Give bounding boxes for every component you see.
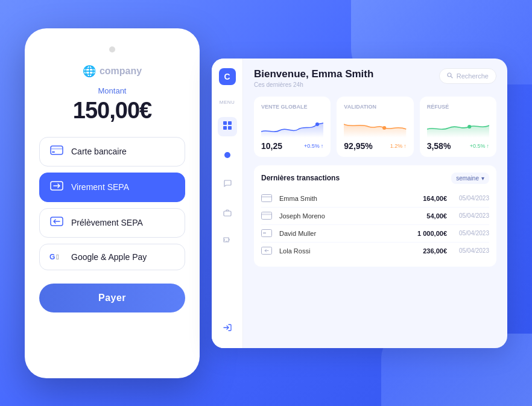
phone-logo: 🌐 company [83,65,142,78]
validation-bottom: 92,95% 1.2% ↑ [344,141,406,151]
svg-rect-2 [52,151,55,153]
svg-rect-18 [262,214,272,215]
logout-btn[interactable] [218,319,237,338]
tx-card-icon-2 [261,229,273,238]
period-selector[interactable]: semaine ▾ [451,173,489,184]
validation-chart [344,112,406,138]
sidebar-item-briefcase[interactable] [218,204,237,223]
svg-rect-17 [262,212,272,220]
tx-name-3: Lola Rossi [279,247,402,255]
sidebar-logo: C [219,68,236,85]
prelevement-label: Prélèvement SEPA [71,218,143,227]
validation-change: 1.2% ↑ [390,143,407,149]
sidebar-item-circle[interactable] [218,146,237,165]
carte-label: Carte bancaire [71,147,127,156]
tx-card-icon-0 [261,194,273,203]
svg-rect-16 [262,196,272,198]
welcome-section: Bienvenue, Emma Smith Ces dernières 24h [254,68,373,88]
refuse-chart [427,112,489,138]
svg-rect-15 [262,195,272,202]
tx-name-1: Joseph Moreno [279,212,402,220]
transactions-header: Dernières transactions semaine ▾ [261,173,489,184]
svg-rect-6 [228,121,232,125]
svg-rect-8 [228,126,232,130]
prelevement-sepa-btn[interactable]: Prélèvement SEPA [39,208,185,238]
vente-chart [261,112,323,138]
dashboard-header: Bienvenue, Emma Smith Ces dernières 24h … [254,68,496,88]
company-name: company [100,66,142,77]
search-placeholder: Recherche [457,72,489,80]
svg-point-13 [382,126,386,130]
tx-date-0: 05/04/2023 [453,195,489,201]
period-label: semaine [456,175,479,182]
virement-sepa-btn[interactable]: Virement SEPA [39,173,185,202]
payment-amount: 150,00€ [73,98,151,124]
transactions-title: Dernières transactions [261,174,340,182]
svg-rect-20 [263,233,266,234]
svg-point-11 [448,73,451,77]
stat-card-validation: Validation [337,97,413,157]
svg-rect-5 [223,121,227,125]
phone-notch [109,46,115,52]
chat-icon [223,179,232,189]
tx-sepa-icon-3 [261,247,273,255]
vente-value: 10,25 [261,141,282,151]
transactions-section: Dernières transactions semaine ▾ Emma Sm… [254,165,496,267]
sidebar-item-chat[interactable] [218,175,237,194]
search-icon [447,72,453,80]
refuse-bottom: 3,58% +0.5% ↑ [427,141,489,151]
phone-mockup: 🌐 company Montant 150,00€ Carte bancaire [25,28,200,378]
google-apple-pay-btn[interactable]: G  Google & Apple Pay [39,244,185,270]
puzzle-icon [223,237,232,247]
table-row: Emma Smith 164,00€ 05/04/2023 [261,190,489,208]
company-logo-icon: 🌐 [83,65,96,78]
tx-amount-1: 54,00€ [408,212,447,220]
stats-row: Vente globale [254,97,496,157]
tx-date-3: 05/04/2023 [453,247,489,254]
menu-label: Menu [220,100,235,105]
table-row: Joseph Moreno 54,00€ 05/04/2023 [261,208,489,225]
refuse-value: 3,58% [427,141,451,151]
tx-amount-0: 164,00€ [408,195,447,202]
svg-point-14 [467,125,471,128]
main-content: Bienvenue, Emma Smith Ces dernières 24h … [243,59,507,348]
pay-button[interactable]: Payer [39,284,185,312]
tx-date-1: 05/04/2023 [453,212,489,219]
tx-name-0: Emma Smith [279,195,402,202]
logout-icon [223,323,232,334]
briefcase-icon [223,208,232,218]
tx-date-2: 05/04/2023 [453,230,489,236]
refuse-label: Réfusé [427,104,489,110]
grid-icon [223,121,232,132]
stat-card-refuse: Réfusé [420,97,496,157]
dashboard-panel: C Menu [212,59,507,348]
carte-bancaire-btn[interactable]: Carte bancaire [39,137,185,167]
payment-options: Carte bancaire Virement SEPA [39,137,185,270]
validation-arrow: ↑ [404,143,407,149]
vente-arrow: ↑ [321,143,324,149]
sidebar-item-grid[interactable] [218,117,237,136]
svg-rect-0 [51,146,63,154]
virement-icon [49,181,64,194]
svg-rect-10 [224,211,231,216]
sidebar-item-puzzle[interactable] [218,233,237,252]
vente-bottom: 10,25 +0.5% ↑ [261,141,323,151]
circle-icon [224,150,231,160]
refuse-change: +0.5% ↑ [470,143,489,149]
validation-label: Validation [344,104,406,110]
tx-name-2: David Muller [279,230,402,237]
table-row: David Muller 1 000,00€ 05/04/2023 [261,225,489,243]
welcome-sub: Ces dernières 24h [254,81,373,88]
tx-card-icon-1 [261,212,273,220]
search-box[interactable]: Recherche [439,68,496,84]
svg-rect-7 [223,126,227,130]
validation-value: 92,95% [344,141,372,151]
refuse-arrow: ↑ [486,143,489,149]
google-apple-label: Google & Apple Pay [71,252,147,262]
virement-label: Virement SEPA [71,182,129,192]
table-row: Lola Rossi 236,00€ 05/04/2023 [261,243,489,259]
montant-label: Montant [98,86,127,95]
tx-amount-2: 1 000,00€ [408,230,447,237]
google-apple-icon: G  [49,253,64,261]
svg-rect-1 [51,148,63,150]
